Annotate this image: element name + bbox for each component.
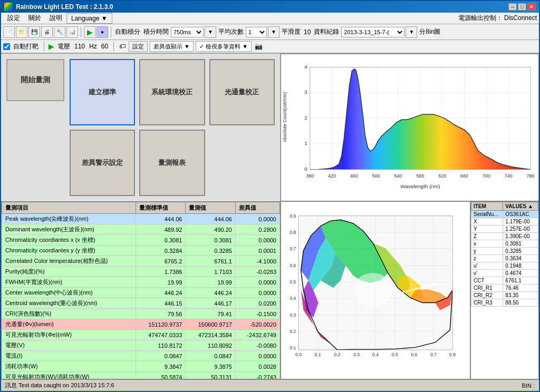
luminous-calibrate-button[interactable]: 光通量校正 (209, 59, 275, 125)
measurement-table-container[interactable]: 量測項目 量測標準值 量測值 差異值 Peak wavelength(尖峰波長)… (1, 201, 281, 379)
svg-text:0.7: 0.7 (430, 352, 437, 357)
open-button[interactable]: 📁 (16, 26, 27, 38)
cell-diff: 0.0000 (235, 214, 279, 224)
menu-about[interactable]: 關於 (24, 13, 45, 24)
item-cell: v' (471, 270, 503, 277)
list-item: z 0.3634 (471, 255, 538, 262)
value-cell: 88.50 (503, 299, 538, 307)
cell-val: 0.3285 (186, 246, 236, 256)
status-left: 訊息 Test data caught on 2013/3/13 15:7:6 (5, 381, 522, 389)
menu-language[interactable]: Language ▼ (66, 13, 112, 24)
record-select[interactable]: 2013-3-13_15-7-( (341, 27, 404, 37)
diff-warning-button[interactable]: 差異警示設定 (70, 130, 135, 196)
svg-text:580: 580 (416, 173, 424, 179)
item-table-container[interactable]: ITEM VALUES ▲ SerialNu... OS361AC X 1.17… (470, 201, 539, 379)
multi-data-button[interactable]: ✓ 檢視多筆資料 ▼ (196, 41, 252, 52)
accum-label: 積分時間 (143, 27, 169, 36)
col-header-val: 量測值 (186, 202, 236, 214)
window-controls: ─ □ ✕ (508, 3, 536, 11)
cie-svg: 0.9 0.8 0.7 0.6 0.5 0.4 0.3 0.2 0.1 0.0 (281, 202, 470, 379)
maximize-button[interactable]: □ (518, 3, 526, 11)
cell-diff: -2432.6749 (235, 330, 279, 340)
system-calibrate-button[interactable]: 系統環境校正 (139, 59, 205, 125)
cell-diff: 0.0001 (235, 246, 279, 256)
cell-diff: -4.1000 (235, 256, 279, 267)
cell-std: 444.06 (136, 214, 186, 224)
tb-btn5[interactable]: 🔧 (54, 26, 65, 38)
auto-print-checkbox[interactable] (3, 43, 10, 50)
cie-row: 0.9 0.8 0.7 0.6 0.5 0.4 0.3 0.2 0.1 0.0 (281, 201, 539, 379)
cell-diff: 0.0000 (235, 235, 279, 246)
item-col-header: ITEM (471, 202, 503, 211)
minimize-button[interactable]: ─ (508, 3, 517, 11)
measure-report-button[interactable]: 量測報表 (139, 130, 205, 196)
svg-text:380: 380 (306, 173, 314, 179)
accum-down[interactable]: ▼ (205, 26, 216, 38)
save-button[interactable]: 💾 (28, 26, 40, 38)
svg-text:700: 700 (483, 173, 490, 179)
cell-name: Purity(純度)(%) (2, 267, 136, 277)
svg-text:0.1: 0.1 (315, 352, 321, 357)
menu-help[interactable]: 說明 (45, 13, 66, 24)
cell-std: 446.15 (136, 298, 186, 309)
avg-down[interactable]: ▼ (268, 26, 279, 38)
cell-std: 6765.2 (136, 256, 186, 267)
menu-settings[interactable]: 設定 (3, 13, 24, 24)
table-row: Correlated Color temperature(相對色温) 6765.… (2, 256, 280, 267)
list-item: SerialNu... OS361AC (471, 211, 538, 218)
cell-diff: 0.2800 (235, 224, 279, 235)
button-grid: 建立標準 系統環境校正 光通量校正 差異警示設定 量測報表 (70, 59, 275, 196)
setting-button[interactable]: 設定 (129, 41, 148, 52)
accum-select[interactable]: 750ms 500ms 1000ms (171, 27, 204, 37)
table-row: Center wavelength(中心波長)(nm) 446.24 446.2… (2, 288, 280, 298)
table-row: Purity(純度)(%) 1.7386 1.7103 -0.0283 (2, 267, 280, 277)
avg-label: 平均次數 (218, 27, 244, 36)
value-cell: 1.390E-00 (503, 233, 538, 240)
item-cell: x (471, 240, 503, 248)
play-button[interactable]: ▶ (84, 26, 95, 38)
svg-text:0.3: 0.3 (353, 352, 360, 357)
hz-value: 60 (101, 43, 108, 50)
cell-diff: 0.0000 (235, 351, 279, 361)
start-measure-button[interactable]: 開始量測 (6, 59, 64, 101)
smooth-label: 平滑度 (282, 27, 301, 36)
cell-diff: 0.0028 (235, 361, 279, 372)
tb-btn6[interactable]: 📊 (66, 26, 78, 38)
spectrum-svg: 4 3 2 1 0 380 420 460 500 540 580 620 66… (281, 54, 538, 201)
record-down[interactable]: ▼ (406, 26, 417, 38)
diff-display-button[interactable]: 差異值顯示 ▼ (150, 41, 194, 52)
bin-label: 分8in圖 (419, 27, 440, 36)
table-row: FWHM(半寬波長)(nm) 19.99 19.99 0.0000 (2, 277, 280, 288)
cell-std: 0.3284 (136, 246, 186, 256)
auto-print-label: 自動打靶 (13, 42, 38, 51)
svg-text:460: 460 (350, 173, 358, 179)
list-item: CCT 6761.1 (471, 277, 538, 285)
value-cell: 0.4674 (503, 270, 538, 277)
svg-text:0.6: 0.6 (411, 352, 418, 357)
cell-name: Centroid wavelength(重心波長)(nm) (2, 298, 136, 309)
table-row: Chromaticity coordiantes y (y 坐標) 0.3284… (2, 246, 280, 256)
close-button[interactable]: ✕ (527, 3, 536, 11)
tb-btn8[interactable]: ● (97, 26, 108, 38)
value-cell: 0.1948 (503, 262, 538, 270)
item-cell: u' (471, 262, 503, 270)
main-content: 開始量測 建立標準 系統環境校正 光通量校正 差異警示設定 量測報表 (1, 54, 539, 379)
cell-val: 0.3081 (186, 235, 236, 246)
cell-diff: -520.0020 (235, 319, 279, 330)
cell-val: 444.06 (186, 214, 236, 224)
value-cell: 83.35 (503, 292, 538, 299)
new-button[interactable]: 📄 (3, 26, 15, 38)
col-header-diff: 差異值 (235, 202, 279, 214)
value-cell: 1.257E-00 (503, 226, 538, 233)
svg-text:740: 740 (505, 173, 513, 179)
control-panel: 開始量測 建立標準 系統環境校正 光通量校正 差異警示設定 量測報表 (1, 54, 281, 201)
table-row: Peak wavelength(尖峰波長)(nm) 444.06 444.06 … (2, 214, 280, 224)
svg-text:0.8: 0.8 (449, 352, 456, 357)
print-button[interactable]: 🖨 (41, 26, 53, 38)
col-header-item: 量測項目 (2, 202, 136, 214)
table-row: 可見光輻射功率(W)/消耗功率(W) 50.5874 50.3131 -0.27… (2, 372, 280, 380)
build-standard-button[interactable]: 建立標準 (70, 59, 135, 125)
cell-name: Chromaticity coordiantes y (y 坐標) (2, 246, 136, 256)
avg-select[interactable]: 1 2 5 (246, 27, 267, 37)
table-row: 光通量(Φv)(lumen) 151120.9737 150600.9717 -… (2, 319, 280, 330)
